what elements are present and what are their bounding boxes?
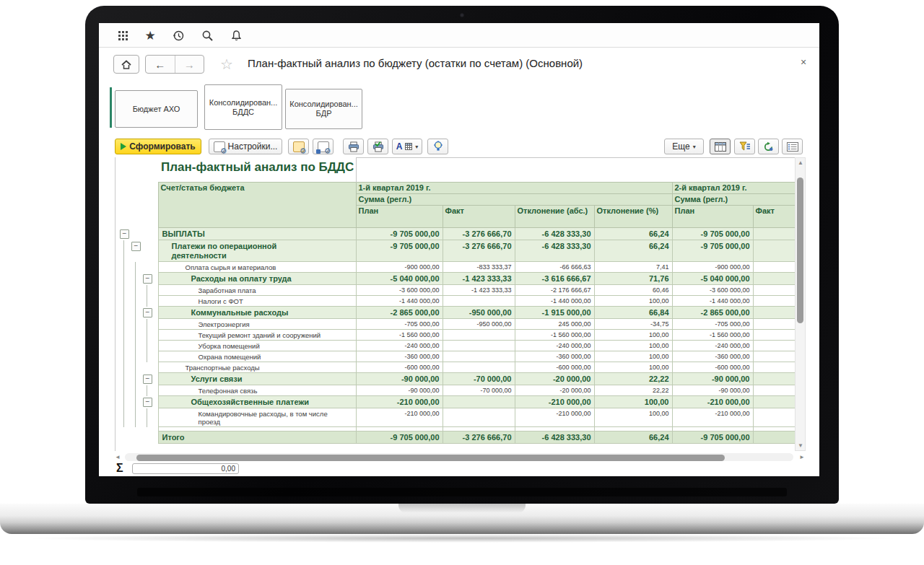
table-row[interactable]: −ВЫПЛАТЫ-9 705 000,00-3 276 666,70-6 428… [116,228,795,240]
cell-value [443,396,515,408]
table-row[interactable]: −Коммунальные расходы-2 865 000,00-950 0… [116,307,795,319]
cell-value: -3 276 666,70 [443,432,515,444]
favorites-icon[interactable]: ★ [144,29,157,42]
choose-settings-button[interactable]: ⚙ [288,139,309,154]
favorite-star-icon[interactable]: ☆ [220,56,233,73]
cell-value: -20 000,00 [515,373,594,385]
tree-line [123,341,124,351]
vertical-scroll-thumb[interactable] [797,178,803,323]
report-toolbar: Сформировать ⚙ Настройки... ⚙ ⚙ A ▾ Еще … [99,137,819,157]
cell-value: -900 000,00 [672,262,753,273]
settings-label: Настройки... [228,141,278,152]
table-row[interactable]: Транспортные расходы-600 000,00-600 000,… [116,362,795,373]
nav-buttons: ← → [145,55,204,74]
format-button[interactable]: A ▾ [392,139,422,154]
cell-value [753,285,795,296]
refresh-button[interactable] [758,139,779,154]
settings-button[interactable]: ⚙ Настройки... [209,139,282,154]
history-icon[interactable] [172,29,185,42]
col-header-dev-abs: Отклонение (абс.) [515,206,594,228]
more-button[interactable]: Еще ▾ [664,139,704,154]
collapse-toggle[interactable]: − [143,375,152,384]
hint-button[interactable] [427,139,448,154]
notifications-icon[interactable] [230,29,243,42]
scroll-left-icon[interactable]: ◄ [115,454,121,460]
table-row[interactable]: Электроэнергия-705 000,00-950 000,00245 … [116,319,795,330]
scroll-up-icon[interactable]: ▲ [798,159,803,166]
table-grid-icon [715,142,726,152]
cell-value: 100,00 [594,330,672,341]
table-row[interactable]: Текущий ремонт зданий и сооружений-1 560… [116,330,795,341]
print-button[interactable] [343,139,364,154]
cell-value: -1 915 000,00 [515,307,594,319]
home-button[interactable] [113,55,139,74]
generate-button[interactable]: Сформировать [115,139,201,154]
tab-consolidated-bdr[interactable]: Консолидирован... БДР [285,89,362,129]
cell-value: -2 176 666,67 [515,285,594,296]
cell-value: -9 705 000,00 [356,240,443,262]
filter-button[interactable] [734,139,755,154]
table-row[interactable]: Телефонная связь-90 000,00-70 000,00-20 … [116,385,795,396]
search-icon[interactable] [201,29,214,42]
cell-value [753,408,795,427]
table-row[interactable]: Охрана помещений-360 000,00-360 000,0010… [116,351,795,362]
cell-value: -90 000,00 [356,385,443,396]
form-settings-button[interactable] [782,139,803,154]
tree-line [123,385,124,396]
sum-sigma-icon[interactable]: Σ [116,462,123,475]
scroll-right-icon[interactable]: ► [799,454,805,460]
tab-budget-aho[interactable]: Бюджет АХО [115,90,198,128]
tree-line [135,307,136,319]
vertical-scrollbar[interactable]: ▲ ▼ [795,157,806,451]
horizontal-scroll-track[interactable] [125,453,793,461]
cell-value: -1 440 000,00 [672,296,753,307]
cell-value: -600 000,00 [672,362,753,373]
table-row[interactable]: Заработная плата-3 600 000,00-1 423 333,… [116,285,795,296]
dropdown-caret-icon: ▾ [693,144,696,150]
row-label: Расходы на оплату труда [158,273,356,285]
cell-value: -950 000,00 [443,319,515,330]
horizontal-scroll-thumb[interactable] [136,455,725,461]
table-row[interactable]: −Расходы на оплату труда-5 040 000,00-1 … [116,273,795,285]
forward-button[interactable]: → [175,56,204,73]
tree-gutter [116,432,158,444]
table-row[interactable]: Итого-9 705 000,00-3 276 666,70-6 428 33… [116,432,795,444]
table-row[interactable]: −Услуги связи-90 000,00-70 000,00-20 000… [116,373,795,385]
cell-value: 245 000,00 [515,319,594,330]
back-button[interactable]: ← [146,56,175,73]
cell-value: -1 560 000,00 [515,330,594,341]
tree-line [147,408,147,427]
table-row[interactable]: Командировочные расходы, в том числе про… [116,408,795,427]
collapse-toggle[interactable]: − [120,229,129,239]
table-row[interactable]: Налоги с ФОТ-1 440 000,00-1 440 000,0010… [116,296,795,307]
collapse-toggle[interactable]: − [143,274,152,284]
close-icon[interactable]: × [801,56,806,68]
collapse-toggle[interactable]: − [143,308,152,317]
report-area: План-фактный анализ по БДДС Счет/статья … [115,157,806,451]
apps-menu-icon[interactable] [116,29,129,42]
tab-consolidated-bdds[interactable]: Консолидирован... БДДС [204,84,282,130]
collapse-toggle[interactable]: − [143,398,152,407]
tree-line [135,341,136,351]
table-row[interactable]: Уборка помещений-240 000,00-240 000,0010… [116,341,795,351]
cell-value: -360 000,00 [672,351,753,362]
cell-value: -833 333,37 [443,262,515,273]
tree-line [123,396,124,408]
table-row[interactable]: −Платежи по операционной деятельности-9 … [116,240,795,262]
cell-value: 100,00 [594,296,672,307]
cell-value: -1 560 000,00 [356,330,443,341]
collapse-toggle[interactable]: − [131,242,141,251]
print-preview-button[interactable] [367,139,388,154]
table-row[interactable]: −Общехозяйственные платежи-210 000,00-21… [116,396,795,408]
sum-input[interactable] [132,463,239,474]
save-settings-button[interactable]: ⚙ [313,139,334,154]
row-label: Электроэнергия [158,319,356,330]
scroll-down-icon[interactable]: ▼ [798,442,803,449]
cell-value [443,408,515,427]
cell-value: -600 000,00 [515,362,594,373]
horizontal-scrollbar[interactable]: ◄ ► [115,452,805,462]
table-row[interactable]: Оплата сырья и материалов-900 000,00-833… [116,262,795,273]
cell-value: 22,22 [594,385,672,396]
table-headers-button[interactable] [710,139,731,154]
laptop-shadow [22,534,902,543]
